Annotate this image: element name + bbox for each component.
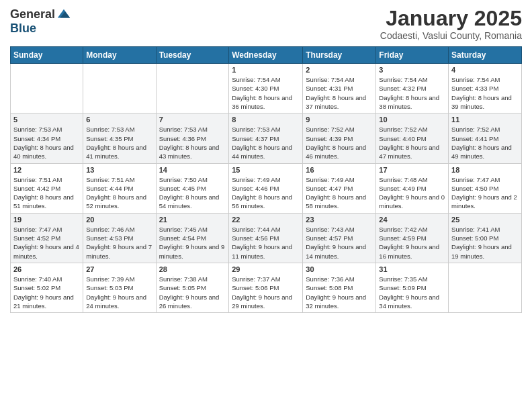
calendar-cell: 2Sunrise: 7:54 AM Sunset: 4:31 PM Daylig… <box>303 64 376 113</box>
day-number: 14 <box>159 166 226 174</box>
day-number: 5 <box>13 116 80 124</box>
calendar-cell: 3Sunrise: 7:54 AM Sunset: 4:32 PM Daylig… <box>376 64 449 113</box>
month-title: January 2025 <box>380 7 522 30</box>
title-block: January 2025 Codaesti, Vaslui County, Ro… <box>380 7 522 41</box>
calendar-cell: 18Sunrise: 7:47 AM Sunset: 4:50 PM Dayli… <box>449 163 522 213</box>
day-number: 20 <box>86 216 152 224</box>
day-info: Sunrise: 7:50 AM Sunset: 4:45 PM Dayligh… <box>159 175 226 211</box>
day-info: Sunrise: 7:53 AM Sunset: 4:37 PM Dayligh… <box>232 125 300 161</box>
day-info: Sunrise: 7:52 AM Sunset: 4:40 PM Dayligh… <box>379 125 445 161</box>
calendar-header-saturday: Saturday <box>449 47 522 64</box>
calendar-cell: 17Sunrise: 7:48 AM Sunset: 4:49 PM Dayli… <box>376 163 449 213</box>
subtitle: Codaesti, Vaslui County, Romania <box>380 30 522 41</box>
calendar-cell: 26Sunrise: 7:40 AM Sunset: 5:02 PM Dayli… <box>11 263 83 312</box>
logo: General Blue <box>10 7 71 36</box>
day-number: 30 <box>306 265 373 273</box>
calendar-week-1: 1Sunrise: 7:54 AM Sunset: 4:30 PM Daylig… <box>11 64 522 113</box>
calendar-cell: 8Sunrise: 7:53 AM Sunset: 4:37 PM Daylig… <box>229 113 303 163</box>
day-info: Sunrise: 7:36 AM Sunset: 5:08 PM Dayligh… <box>306 275 373 310</box>
day-number: 11 <box>451 116 519 124</box>
calendar-week-2: 5Sunrise: 7:53 AM Sunset: 4:34 PM Daylig… <box>11 113 522 163</box>
day-info: Sunrise: 7:49 AM Sunset: 4:47 PM Dayligh… <box>306 175 373 211</box>
day-number: 8 <box>232 116 300 124</box>
day-info: Sunrise: 7:40 AM Sunset: 5:02 PM Dayligh… <box>13 275 80 310</box>
calendar-cell <box>449 263 522 312</box>
calendar-cell: 21Sunrise: 7:45 AM Sunset: 4:54 PM Dayli… <box>156 213 229 263</box>
day-info: Sunrise: 7:38 AM Sunset: 5:05 PM Dayligh… <box>159 275 226 310</box>
day-info: Sunrise: 7:46 AM Sunset: 4:53 PM Dayligh… <box>86 225 152 261</box>
day-number: 17 <box>379 166 445 174</box>
day-info: Sunrise: 7:42 AM Sunset: 4:59 PM Dayligh… <box>379 225 445 261</box>
day-info: Sunrise: 7:54 AM Sunset: 4:31 PM Dayligh… <box>306 75 373 111</box>
day-number: 1 <box>232 66 300 74</box>
page: General Blue January 2025 Codaesti, Vasl… <box>0 0 532 320</box>
day-info: Sunrise: 7:47 AM Sunset: 4:52 PM Dayligh… <box>13 225 80 261</box>
day-info: Sunrise: 7:47 AM Sunset: 4:50 PM Dayligh… <box>451 175 519 211</box>
calendar-week-5: 26Sunrise: 7:40 AM Sunset: 5:02 PM Dayli… <box>11 263 522 312</box>
day-number: 24 <box>379 216 445 224</box>
day-number: 3 <box>379 66 445 74</box>
calendar-cell: 20Sunrise: 7:46 AM Sunset: 4:53 PM Dayli… <box>83 213 156 263</box>
calendar-cell: 5Sunrise: 7:53 AM Sunset: 4:34 PM Daylig… <box>11 113 83 163</box>
day-number: 12 <box>13 166 80 174</box>
day-number: 10 <box>379 116 445 124</box>
calendar-cell: 11Sunrise: 7:52 AM Sunset: 4:41 PM Dayli… <box>449 113 522 163</box>
calendar-cell: 9Sunrise: 7:52 AM Sunset: 4:39 PM Daylig… <box>303 113 376 163</box>
calendar-header-monday: Monday <box>83 47 156 64</box>
calendar-header-wednesday: Wednesday <box>229 47 303 64</box>
calendar-cell: 16Sunrise: 7:49 AM Sunset: 4:47 PM Dayli… <box>303 163 376 213</box>
calendar-cell: 22Sunrise: 7:44 AM Sunset: 4:56 PM Dayli… <box>229 213 303 263</box>
calendar-cell <box>156 64 229 113</box>
day-number: 25 <box>451 216 519 224</box>
calendar-cell: 12Sunrise: 7:51 AM Sunset: 4:42 PM Dayli… <box>11 163 83 213</box>
logo-icon <box>56 7 71 21</box>
day-number: 4 <box>451 66 519 74</box>
day-number: 9 <box>306 116 373 124</box>
calendar-cell: 31Sunrise: 7:35 AM Sunset: 5:09 PM Dayli… <box>376 263 449 312</box>
day-info: Sunrise: 7:44 AM Sunset: 4:56 PM Dayligh… <box>232 225 300 261</box>
day-number: 18 <box>451 166 519 174</box>
day-number: 31 <box>379 265 445 273</box>
day-info: Sunrise: 7:43 AM Sunset: 4:57 PM Dayligh… <box>306 225 373 261</box>
calendar-week-4: 19Sunrise: 7:47 AM Sunset: 4:52 PM Dayli… <box>11 213 522 263</box>
calendar-cell: 27Sunrise: 7:39 AM Sunset: 5:03 PM Dayli… <box>83 263 156 312</box>
calendar-cell: 14Sunrise: 7:50 AM Sunset: 4:45 PM Dayli… <box>156 163 229 213</box>
day-number: 26 <box>13 265 80 273</box>
calendar-cell: 28Sunrise: 7:38 AM Sunset: 5:05 PM Dayli… <box>156 263 229 312</box>
calendar-cell: 19Sunrise: 7:47 AM Sunset: 4:52 PM Dayli… <box>11 213 83 263</box>
calendar-cell: 29Sunrise: 7:37 AM Sunset: 5:06 PM Dayli… <box>229 263 303 312</box>
day-info: Sunrise: 7:51 AM Sunset: 4:42 PM Dayligh… <box>13 175 80 211</box>
calendar-cell <box>11 64 83 113</box>
day-info: Sunrise: 7:35 AM Sunset: 5:09 PM Dayligh… <box>379 275 445 310</box>
logo-general: General <box>10 7 55 21</box>
day-number: 21 <box>159 216 226 224</box>
day-info: Sunrise: 7:53 AM Sunset: 4:36 PM Dayligh… <box>159 125 226 161</box>
calendar-header-friday: Friday <box>376 47 449 64</box>
day-number: 16 <box>306 166 373 174</box>
day-number: 29 <box>232 265 300 273</box>
day-number: 6 <box>86 116 152 124</box>
header: General Blue January 2025 Codaesti, Vasl… <box>10 7 522 41</box>
day-number: 27 <box>86 265 152 273</box>
day-info: Sunrise: 7:54 AM Sunset: 4:32 PM Dayligh… <box>379 75 445 111</box>
calendar-header-sunday: Sunday <box>11 47 83 64</box>
day-number: 15 <box>232 166 300 174</box>
calendar-cell: 4Sunrise: 7:54 AM Sunset: 4:33 PM Daylig… <box>449 64 522 113</box>
day-number: 7 <box>159 116 226 124</box>
calendar-cell: 7Sunrise: 7:53 AM Sunset: 4:36 PM Daylig… <box>156 113 229 163</box>
day-info: Sunrise: 7:45 AM Sunset: 4:54 PM Dayligh… <box>159 225 226 261</box>
day-info: Sunrise: 7:39 AM Sunset: 5:03 PM Dayligh… <box>86 275 152 310</box>
day-number: 13 <box>86 166 152 174</box>
calendar-cell: 23Sunrise: 7:43 AM Sunset: 4:57 PM Dayli… <box>303 213 376 263</box>
calendar-cell: 15Sunrise: 7:49 AM Sunset: 4:46 PM Dayli… <box>229 163 303 213</box>
day-number: 19 <box>13 216 80 224</box>
logo-text: General <box>10 7 71 21</box>
calendar-cell: 13Sunrise: 7:51 AM Sunset: 4:44 PM Dayli… <box>83 163 156 213</box>
calendar-cell: 24Sunrise: 7:42 AM Sunset: 4:59 PM Dayli… <box>376 213 449 263</box>
day-info: Sunrise: 7:53 AM Sunset: 4:34 PM Dayligh… <box>13 125 80 161</box>
day-number: 23 <box>306 216 373 224</box>
calendar-cell: 30Sunrise: 7:36 AM Sunset: 5:08 PM Dayli… <box>303 263 376 312</box>
day-info: Sunrise: 7:51 AM Sunset: 4:44 PM Dayligh… <box>86 175 152 211</box>
calendar-cell <box>83 64 156 113</box>
day-info: Sunrise: 7:41 AM Sunset: 5:00 PM Dayligh… <box>451 225 519 261</box>
